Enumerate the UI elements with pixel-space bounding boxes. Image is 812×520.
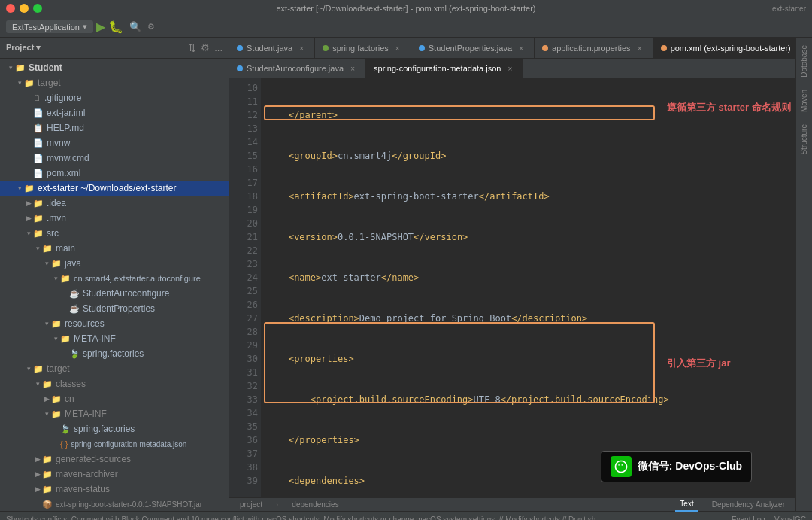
right-strip-maven[interactable]: Maven [798, 85, 810, 117]
sidebar-options-icon[interactable]: ... [214, 42, 223, 53]
tree-node-metainf2[interactable]: ▾ 📁 META-INF [0, 406, 229, 421]
tree-node-jarfile[interactable]: ▶ 📦 ext-spring-boot-starter-0.0.1-SNAPSH… [0, 497, 229, 511]
tree-label-studentautoconfigure: StudentAutoconfigure [83, 288, 169, 299]
project-sidebar: Project ▾ ⇅ ⚙ ... ▾ 📁 Student ▾ 📁 target [0, 38, 229, 511]
tree-arrow-cn2: ▶ [42, 395, 51, 403]
maximize-button[interactable] [33, 4, 42, 13]
debug-button[interactable]: 🐛 [108, 20, 123, 34]
sidebar-settings-icon[interactable]: ⇅ [188, 42, 196, 53]
folder-icon-extstarter: 📁 [24, 184, 35, 193]
title-bar: ext-starter [~/Downloads/ext-starter] - … [0, 0, 812, 17]
tree-label-jarfile: ext-spring-boot-starter-0.0.1-SNAPSHOT.j… [56, 500, 202, 509]
sub-tab-close-spring-config-metadata[interactable]: × [504, 63, 515, 74]
tree-label-springfactories1: spring.factories [83, 348, 144, 359]
tree-node-mvn[interactable]: ▶ 📁 .mvn [0, 211, 229, 226]
status-event-log[interactable]: Event Log [732, 515, 765, 520]
tab-application-properties[interactable]: application.properties × [535, 38, 653, 58]
tree-node-springfactories2[interactable]: ▶ 🍃 spring.factories [0, 421, 229, 436]
tab-close-student-java[interactable]: × [296, 43, 307, 53]
tab-pom-xml[interactable]: pom.xml (ext-spring-boot-starter) × [653, 38, 795, 58]
tab-spring-factories[interactable]: spring.factories × [315, 38, 411, 58]
sub-tab-spring-config-metadata[interactable]: spring-configuration-metadata.json × [366, 59, 523, 78]
tree-node-mavenstatus[interactable]: ▶ 📁 maven-status [0, 482, 229, 497]
tree-node-target2[interactable]: ▾ 📁 target [0, 361, 229, 376]
tree-label-generatedsources: generated-sources [56, 454, 131, 464]
tree-arrow-extstarter: ▾ [15, 184, 24, 192]
sub-tab-close-student-autoconfigure[interactable]: × [347, 63, 358, 74]
bottom-tab-dependencies[interactable]: dependencies [287, 498, 343, 512]
tree-node-studentautoconfigure[interactable]: ▶ ☕ StudentAutoconfigure [0, 286, 229, 301]
right-strip-database[interactable]: Database [798, 41, 810, 82]
tree-label-mavenarchiver: maven-archiver [56, 469, 118, 479]
bottom-tab-project[interactable]: project [235, 498, 267, 512]
bottom-tab-dependency-analyzer[interactable]: Dependency Analyzer [707, 498, 789, 512]
tree-node-studentproperties[interactable]: ▶ ☕ StudentProperties [0, 301, 229, 316]
folder-icon-main: 📁 [42, 244, 53, 254]
sub-tab-label-student-autoconfigure: StudentAutoconfigure.java [247, 64, 344, 73]
tree-arrow-target1: ▾ [15, 79, 24, 87]
tree-node-idea[interactable]: ▶ 📁 .idea [0, 196, 229, 211]
tree-node-resources[interactable]: ▾ 📁 resources [0, 316, 229, 331]
tree-node-cn[interactable]: ▾ 📁 cn.smart4j.extstarter.autoconfigure [0, 271, 229, 286]
tree-node-target1[interactable]: ▾ 📁 target [0, 75, 229, 90]
code-line-13: <version>0.0.1-SNAPSHOT</version> [267, 230, 789, 244]
tree-node-springfactories1[interactable]: ▶ 🍃 spring.factories [0, 346, 229, 361]
tree-node-pomxml1[interactable]: ▶ 📄 pom.xml [0, 166, 229, 181]
folder-icon-java: 📁 [51, 259, 62, 269]
bottom-tab-text[interactable]: Text [675, 498, 698, 512]
folder-icon-target2: 📁 [33, 364, 44, 374]
folder-icon-target1: 📁 [24, 78, 35, 88]
close-button[interactable] [6, 4, 15, 13]
tab-close-spring-factories[interactable]: × [392, 43, 403, 53]
tab-student-java[interactable]: Student.java × [229, 38, 315, 58]
tree-node-extstarter[interactable]: ▾ 📁 ext-starter ~/Downloads/ext-starter [0, 181, 229, 196]
sub-tab-student-autoconfigure[interactable]: StudentAutoconfigure.java × [229, 59, 366, 78]
tree-node-generatedsources[interactable]: ▶ 📁 generated-sources [0, 452, 229, 467]
tree-node-springconfig[interactable]: ▶ { } spring-configuration-metadata.json [0, 436, 229, 452]
status-visual-gc[interactable]: VisualGC [774, 515, 806, 520]
tree-node-classes[interactable]: ▾ 📁 classes [0, 376, 229, 391]
tree-node-src[interactable]: ▾ 📁 src [0, 226, 229, 241]
right-strip-structure[interactable]: Structure [798, 120, 810, 160]
code-editor[interactable]: </parent> <groupId>cn.smart4j</groupId> … [261, 78, 795, 497]
tree-label-target1: target [38, 78, 61, 88]
tree-label-metainf: META-INF [74, 333, 116, 344]
tree-arrow-cn: ▾ [51, 275, 60, 282]
tree-node-helpmd[interactable]: ▶ 📋 HELP.md [0, 120, 229, 135]
tree-node-extjar[interactable]: ▶ 📄 ext-jar.iml [0, 105, 229, 120]
jar-icon-file: 📦 [42, 500, 53, 509]
bottom-toolbar: project › dependencies Text Dependency A… [229, 497, 795, 511]
xml-icon-pom1: 📄 [33, 169, 44, 178]
folder-icon-cn2: 📁 [51, 394, 62, 404]
folder-icon-cn: 📁 [60, 274, 71, 284]
minimize-button[interactable] [20, 4, 29, 13]
tree-arrow-classes: ▾ [33, 380, 42, 388]
tree-node-mavenarchiver[interactable]: ▶ 📁 maven-archiver [0, 467, 229, 482]
tab-student-properties[interactable]: StudentProperties.java × [411, 38, 535, 58]
run-button[interactable]: ▶ [96, 20, 105, 34]
txt-icon-mvnw: 📄 [33, 138, 44, 148]
tree-arrow-generatedsources: ▶ [33, 455, 42, 463]
tab-close-student-properties[interactable]: × [516, 43, 526, 53]
tree-node-main[interactable]: ▾ 📁 main [0, 241, 229, 256]
tree-node-metainf[interactable]: ▾ 📁 META-INF [0, 331, 229, 346]
search-everywhere-button[interactable]: 🔍 [129, 21, 141, 32]
tree-root[interactable]: ▾ 📁 Student [0, 60, 229, 75]
tab-close-application-properties[interactable]: × [635, 43, 645, 53]
main-tabs-bar: Student.java × spring.factories × Studen… [229, 38, 795, 59]
code-line-12: <artifactId>ext-spring-boot-starter</art… [267, 190, 789, 203]
folder-icon-classes: 📁 [42, 379, 53, 389]
tree-label-classes: classes [56, 379, 86, 389]
sidebar-gear-icon[interactable]: ⚙ [201, 42, 210, 53]
tree-node-mvnwcmd[interactable]: ▶ 📄 mvnw.cmd [0, 151, 229, 166]
wechat-label: 微信号: DevOps-Club [638, 460, 742, 473]
editor-area: Student.java × spring.factories × Studen… [229, 38, 795, 511]
tree-label-gitignore1: .gitignore [44, 93, 81, 103]
tree-node-mvnw[interactable]: ▶ 📄 mvnw [0, 135, 229, 151]
settings-button[interactable]: ⚙ [147, 22, 155, 32]
tree-node-java[interactable]: ▾ 📁 java [0, 256, 229, 271]
tree-node-cn2[interactable]: ▶ 📁 cn [0, 391, 229, 406]
tree-node-gitignore1[interactable]: ▶ 🗒 .gitignore [0, 90, 229, 105]
spring-icon-factories2: 🍃 [60, 424, 71, 434]
run-config-selector[interactable]: ExtTestApplication ▾ [6, 20, 93, 33]
